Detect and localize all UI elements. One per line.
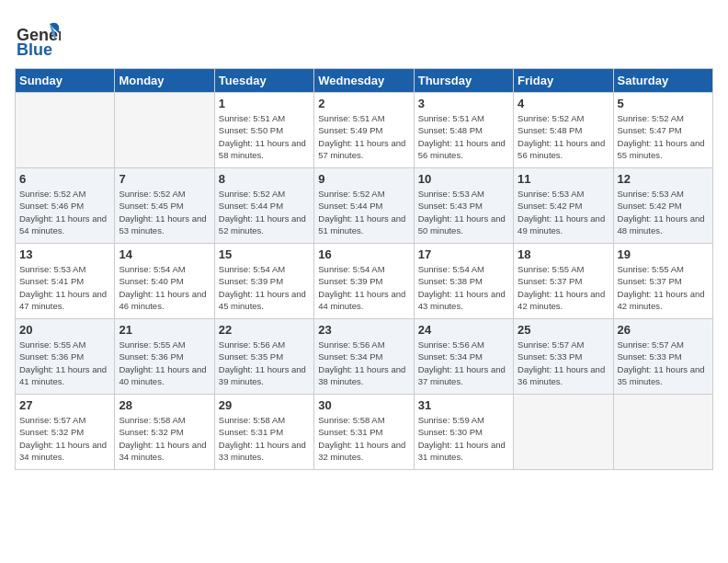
calendar-cell: 29Sunrise: 5:58 AMSunset: 5:31 PMDayligh… [214,395,313,470]
day-header-sunday: Sunday [16,69,115,93]
day-info: Sunrise: 5:53 AMSunset: 5:42 PMDaylight:… [618,188,709,236]
day-number: 9 [318,172,409,186]
calendar-cell: 11Sunrise: 5:53 AMSunset: 5:42 PMDayligh… [514,168,613,244]
day-number: 7 [119,172,210,186]
calendar-cell: 8Sunrise: 5:52 AMSunset: 5:44 PMDaylight… [214,168,313,244]
day-info: Sunrise: 5:56 AMSunset: 5:35 PMDaylight:… [219,339,310,387]
day-header-thursday: Thursday [414,69,513,93]
day-number: 29 [219,398,310,412]
calendar-cell [115,93,214,168]
svg-text:Blue: Blue [17,40,52,59]
day-number: 6 [19,172,110,186]
calendar-cell: 28Sunrise: 5:58 AMSunset: 5:32 PMDayligh… [115,395,214,470]
day-info: Sunrise: 5:58 AMSunset: 5:31 PMDaylight:… [219,414,310,463]
day-number: 17 [418,247,509,261]
calendar-cell: 10Sunrise: 5:53 AMSunset: 5:43 PMDayligh… [414,168,513,244]
day-number: 28 [119,398,210,412]
day-number: 30 [318,398,409,412]
calendar-cell: 27Sunrise: 5:57 AMSunset: 5:32 PMDayligh… [16,395,115,470]
calendar-cell: 9Sunrise: 5:52 AMSunset: 5:44 PMDaylight… [314,168,414,244]
day-info: Sunrise: 5:54 AMSunset: 5:39 PMDaylight:… [318,263,409,312]
day-info: Sunrise: 5:56 AMSunset: 5:34 PMDaylight:… [318,339,409,387]
calendar-cell: 17Sunrise: 5:54 AMSunset: 5:38 PMDayligh… [414,244,513,319]
day-info: Sunrise: 5:55 AMSunset: 5:36 PMDaylight:… [119,339,210,387]
day-number: 3 [418,97,509,110]
day-number: 1 [219,97,310,110]
day-number: 21 [119,323,210,337]
day-info: Sunrise: 5:52 AMSunset: 5:44 PMDaylight:… [318,188,409,236]
day-info: Sunrise: 5:52 AMSunset: 5:47 PMDaylight:… [618,112,709,161]
day-number: 23 [318,323,409,337]
day-info: Sunrise: 5:53 AMSunset: 5:41 PMDaylight:… [19,263,110,312]
day-header-wednesday: Wednesday [314,69,414,93]
day-info: Sunrise: 5:54 AMSunset: 5:39 PMDaylight:… [219,263,310,312]
calendar-cell: 31Sunrise: 5:59 AMSunset: 5:30 PMDayligh… [414,395,513,470]
day-info: Sunrise: 5:52 AMSunset: 5:46 PMDaylight:… [19,188,110,236]
calendar-week-1: 1Sunrise: 5:51 AMSunset: 5:50 PMDaylight… [16,93,713,168]
calendar-table: SundayMondayTuesdayWednesdayThursdayFrid… [15,68,713,470]
day-number: 18 [518,247,609,261]
day-number: 31 [418,398,509,412]
calendar-header-row: SundayMondayTuesdayWednesdayThursdayFrid… [16,69,713,93]
day-header-friday: Friday [514,69,613,93]
day-number: 19 [618,247,709,261]
calendar-cell: 23Sunrise: 5:56 AMSunset: 5:34 PMDayligh… [314,319,414,395]
calendar-cell [16,93,115,168]
calendar-cell: 26Sunrise: 5:57 AMSunset: 5:33 PMDayligh… [613,319,712,395]
calendar-cell: 6Sunrise: 5:52 AMSunset: 5:46 PMDaylight… [16,168,115,244]
day-info: Sunrise: 5:57 AMSunset: 5:32 PMDaylight:… [19,414,110,463]
calendar-cell: 21Sunrise: 5:55 AMSunset: 5:36 PMDayligh… [115,319,214,395]
day-info: Sunrise: 5:52 AMSunset: 5:45 PMDaylight:… [119,188,210,236]
calendar-cell [613,395,712,470]
day-number: 13 [19,247,110,261]
day-info: Sunrise: 5:51 AMSunset: 5:49 PMDaylight:… [318,112,409,161]
calendar-cell: 2Sunrise: 5:51 AMSunset: 5:49 PMDaylight… [314,93,414,168]
day-info: Sunrise: 5:54 AMSunset: 5:40 PMDaylight:… [119,263,210,312]
day-number: 26 [618,323,709,337]
day-info: Sunrise: 5:55 AMSunset: 5:36 PMDaylight:… [19,339,110,387]
day-info: Sunrise: 5:55 AMSunset: 5:37 PMDaylight:… [518,263,609,312]
calendar-cell: 3Sunrise: 5:51 AMSunset: 5:48 PMDaylight… [414,93,513,168]
calendar-cell [514,395,613,470]
day-info: Sunrise: 5:51 AMSunset: 5:48 PMDaylight:… [418,112,509,161]
day-info: Sunrise: 5:55 AMSunset: 5:37 PMDaylight:… [618,263,709,312]
calendar-week-4: 20Sunrise: 5:55 AMSunset: 5:36 PMDayligh… [16,319,713,395]
day-info: Sunrise: 5:53 AMSunset: 5:43 PMDaylight:… [418,188,509,236]
calendar-week-2: 6Sunrise: 5:52 AMSunset: 5:46 PMDaylight… [16,168,713,244]
day-header-saturday: Saturday [613,69,712,93]
calendar-cell: 12Sunrise: 5:53 AMSunset: 5:42 PMDayligh… [613,168,712,244]
day-number: 15 [219,247,310,261]
day-number: 8 [219,172,310,186]
calendar-cell: 19Sunrise: 5:55 AMSunset: 5:37 PMDayligh… [613,244,712,319]
day-info: Sunrise: 5:58 AMSunset: 5:31 PMDaylight:… [318,414,409,463]
day-number: 10 [418,172,509,186]
day-info: Sunrise: 5:59 AMSunset: 5:30 PMDaylight:… [418,414,509,463]
calendar-cell: 22Sunrise: 5:56 AMSunset: 5:35 PMDayligh… [214,319,313,395]
page-header: General Blue [15,15,713,61]
day-info: Sunrise: 5:51 AMSunset: 5:50 PMDaylight:… [219,112,310,161]
logo-icon: General Blue [15,15,61,61]
calendar-week-3: 13Sunrise: 5:53 AMSunset: 5:41 PMDayligh… [16,244,713,319]
calendar-cell: 20Sunrise: 5:55 AMSunset: 5:36 PMDayligh… [16,319,115,395]
day-number: 20 [19,323,110,337]
day-header-monday: Monday [115,69,214,93]
calendar-cell: 5Sunrise: 5:52 AMSunset: 5:47 PMDaylight… [613,93,712,168]
calendar-cell: 16Sunrise: 5:54 AMSunset: 5:39 PMDayligh… [314,244,414,319]
day-number: 14 [119,247,210,261]
day-number: 22 [219,323,310,337]
day-info: Sunrise: 5:58 AMSunset: 5:32 PMDaylight:… [119,414,210,463]
day-info: Sunrise: 5:56 AMSunset: 5:34 PMDaylight:… [418,339,509,387]
day-number: 11 [518,172,609,186]
calendar-cell: 4Sunrise: 5:52 AMSunset: 5:48 PMDaylight… [514,93,613,168]
calendar-cell: 25Sunrise: 5:57 AMSunset: 5:33 PMDayligh… [514,319,613,395]
calendar-cell: 1Sunrise: 5:51 AMSunset: 5:50 PMDaylight… [214,93,313,168]
day-number: 4 [518,97,609,110]
day-header-tuesday: Tuesday [214,69,313,93]
calendar-cell: 24Sunrise: 5:56 AMSunset: 5:34 PMDayligh… [414,319,513,395]
calendar-cell: 18Sunrise: 5:55 AMSunset: 5:37 PMDayligh… [514,244,613,319]
calendar-cell: 15Sunrise: 5:54 AMSunset: 5:39 PMDayligh… [214,244,313,319]
day-info: Sunrise: 5:52 AMSunset: 5:48 PMDaylight:… [518,112,609,161]
day-info: Sunrise: 5:57 AMSunset: 5:33 PMDaylight:… [518,339,609,387]
day-number: 25 [518,323,609,337]
calendar-cell: 7Sunrise: 5:52 AMSunset: 5:45 PMDaylight… [115,168,214,244]
